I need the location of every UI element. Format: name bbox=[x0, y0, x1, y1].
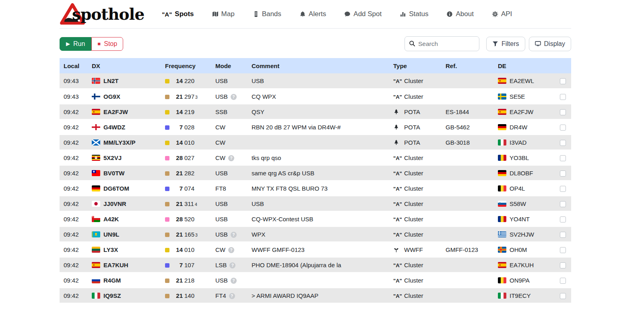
spot-time-cell: 09:42 bbox=[60, 242, 88, 257]
mode-help-icon[interactable]: ? bbox=[228, 155, 234, 161]
de-callsign[interactable]: DR4W bbox=[510, 124, 527, 131]
row-checkbox[interactable] bbox=[560, 201, 566, 207]
map-icon bbox=[212, 11, 219, 17]
frequency-khz: 140 bbox=[184, 292, 194, 299]
col-header-mode[interactable]: Mode bbox=[211, 58, 248, 73]
dx-callsign[interactable]: OG9X bbox=[103, 93, 120, 100]
row-checkbox[interactable] bbox=[560, 140, 566, 146]
col-header-comment[interactable]: Comment bbox=[248, 58, 389, 73]
frequency-khz: 010 bbox=[184, 139, 194, 146]
de-callsign[interactable]: OH0M bbox=[510, 246, 527, 253]
row-checkbox[interactable] bbox=[560, 262, 566, 268]
de-callsign[interactable]: YO3BL bbox=[510, 154, 529, 161]
antenna-icon: "A" bbox=[393, 292, 404, 299]
col-header-local[interactable]: Local bbox=[60, 58, 88, 73]
table-row: 09:43 OG9X 212973 USB? CQ WPX "A"Cluster… bbox=[60, 89, 571, 104]
ref-text[interactable]: GB-3018 bbox=[446, 139, 470, 146]
ref-text[interactable]: GB-5462 bbox=[446, 124, 470, 131]
mode-help-icon[interactable]: ? bbox=[229, 293, 235, 299]
dx-callsign[interactable]: LN2T bbox=[103, 77, 119, 84]
de-callsign[interactable]: OP4L bbox=[510, 185, 525, 192]
row-checkbox[interactable] bbox=[560, 125, 566, 131]
nav-item-about[interactable]: About bbox=[446, 10, 473, 18]
nav-item-spots[interactable]: "A" Spots bbox=[162, 10, 194, 18]
antenna-icon: "A" bbox=[393, 77, 404, 84]
de-callsign[interactable]: I3VAD bbox=[510, 139, 526, 146]
stop-button[interactable]: ■ Stop bbox=[91, 37, 123, 51]
de-cell: SE5E bbox=[494, 89, 553, 104]
dx-callsign[interactable]: G4WDZ bbox=[103, 124, 125, 131]
row-checkbox[interactable] bbox=[560, 216, 566, 222]
mode-help-icon[interactable]: ? bbox=[228, 247, 234, 253]
ref-text[interactable]: ES-1844 bbox=[446, 108, 469, 115]
row-checkbox[interactable] bbox=[560, 247, 566, 253]
type-cell: "A"Cluster bbox=[389, 165, 442, 181]
filters-button[interactable]: Filters bbox=[486, 37, 525, 51]
mode-label: USB bbox=[215, 170, 228, 177]
de-callsign[interactable]: IT9ECY bbox=[510, 292, 531, 299]
mode-help-icon[interactable]: ? bbox=[231, 232, 237, 238]
row-checkbox[interactable] bbox=[560, 278, 566, 284]
row-checkbox[interactable] bbox=[560, 78, 566, 84]
dx-callsign[interactable]: DG6TOM bbox=[103, 185, 129, 192]
row-checkbox[interactable] bbox=[560, 232, 566, 238]
dx-callsign[interactable]: A42K bbox=[103, 216, 119, 222]
de-callsign[interactable]: SE5E bbox=[510, 93, 525, 100]
display-button[interactable]: Display bbox=[529, 37, 571, 51]
col-header-dx[interactable]: DX bbox=[88, 58, 161, 73]
row-checkbox[interactable] bbox=[560, 94, 566, 100]
dx-callsign[interactable]: LY3X bbox=[103, 246, 118, 253]
comment-cell: WPX bbox=[248, 227, 389, 242]
row-checkbox[interactable] bbox=[560, 186, 566, 192]
dx-callsign[interactable]: EA7KUH bbox=[103, 262, 128, 268]
row-checkbox[interactable] bbox=[560, 109, 566, 115]
dx-callsign[interactable]: R4GM bbox=[103, 277, 121, 284]
comment-text: PHO DME-18904 (Alpujarra de la bbox=[252, 262, 341, 268]
dx-cell: A42K bbox=[88, 211, 161, 227]
spot-time: 09:42 bbox=[64, 262, 79, 268]
dx-callsign[interactable]: BV0TW bbox=[103, 170, 125, 177]
de-callsign[interactable]: YO4NT bbox=[510, 216, 530, 222]
de-callsign[interactable]: EA2FJW bbox=[510, 108, 533, 115]
col-header-frequency[interactable]: Frequency bbox=[161, 58, 211, 73]
comment-cell: CQ-WPX-Contest USB bbox=[248, 211, 389, 227]
col-header-de[interactable]: DE bbox=[494, 58, 553, 73]
spothole-logo[interactable]: spothole bbox=[60, 2, 144, 26]
de-callsign[interactable]: EA7KUH bbox=[510, 262, 534, 268]
mode-help-icon[interactable]: ? bbox=[231, 278, 237, 284]
de-callsign[interactable]: S58W bbox=[510, 200, 526, 207]
select-cell bbox=[553, 257, 571, 272]
type-cell: "A"Cluster bbox=[389, 181, 442, 196]
mode-help-icon[interactable]: ? bbox=[231, 94, 237, 100]
nav-item-add-spot[interactable]: Add Spot bbox=[344, 10, 382, 18]
de-callsign[interactable]: DL8OBF bbox=[510, 170, 533, 177]
dx-callsign[interactable]: 5X2VJ bbox=[103, 154, 122, 161]
col-header-ref[interactable]: Ref. bbox=[442, 58, 494, 73]
nav-item-status[interactable]: Status bbox=[400, 10, 428, 18]
nav-item-alerts[interactable]: Alerts bbox=[299, 10, 326, 18]
dx-callsign[interactable]: IQ9SZ bbox=[103, 292, 121, 299]
nav-item-bands[interactable]: Bands bbox=[253, 10, 281, 18]
frequency-mhz: 21 bbox=[174, 170, 183, 177]
dx-callsign[interactable]: UN9L bbox=[103, 231, 119, 238]
type-label: Cluster bbox=[404, 170, 423, 177]
dx-callsign[interactable]: EA2FJW bbox=[103, 108, 128, 115]
row-checkbox[interactable] bbox=[560, 170, 566, 177]
col-header-type[interactable]: Type bbox=[389, 58, 442, 73]
row-checkbox[interactable] bbox=[560, 293, 566, 299]
run-button[interactable]: ▶ Run bbox=[60, 37, 91, 51]
de-flag-icon bbox=[498, 247, 506, 253]
de-callsign[interactable]: ON9PA bbox=[510, 277, 530, 284]
dx-callsign[interactable]: JJ0VNR bbox=[103, 200, 126, 207]
row-checkbox[interactable] bbox=[560, 155, 566, 161]
nav-item-api[interactable]: API bbox=[492, 10, 512, 18]
nav-item-map[interactable]: Map bbox=[212, 10, 235, 18]
search-input[interactable] bbox=[405, 36, 479, 51]
de-callsign[interactable]: SV2HJW bbox=[510, 231, 534, 238]
dx-callsign[interactable]: MM/LY3X/P bbox=[103, 139, 135, 146]
de-callsign[interactable]: EA2EWL bbox=[510, 77, 534, 84]
mode-help-icon[interactable]: ? bbox=[229, 262, 235, 268]
ref-text[interactable]: GMFF-0123 bbox=[446, 246, 478, 253]
mode-cell: CW? bbox=[211, 119, 248, 135]
de-flag-icon bbox=[498, 124, 506, 130]
